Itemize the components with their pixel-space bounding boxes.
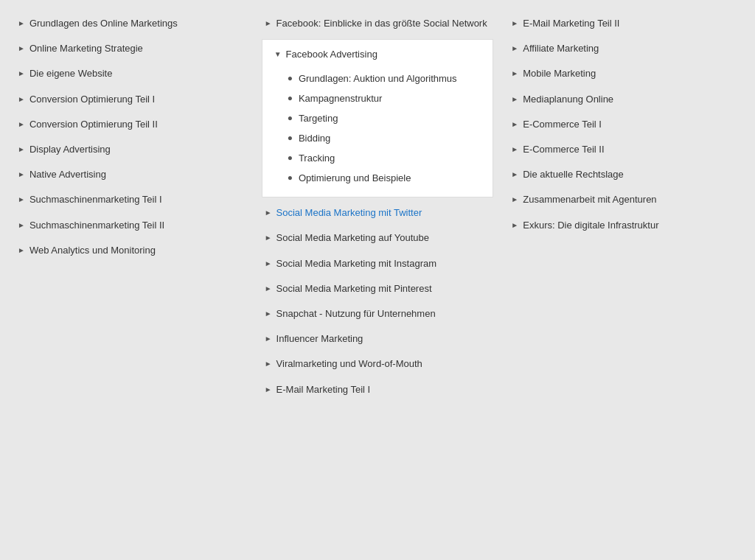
list-item[interactable]: ► E-Mail Marketing Teil I xyxy=(262,377,494,402)
arrow-icon: ► xyxy=(265,385,272,395)
item-label: Die eigene Website xyxy=(29,67,113,80)
arrow-icon: ► xyxy=(18,195,25,205)
arrow-icon: ► xyxy=(265,334,272,344)
item-label: Mobile Marketing xyxy=(523,67,596,80)
arrow-icon: ► xyxy=(18,94,25,105)
list-item[interactable]: ► Social Media Marketing auf Youtube xyxy=(262,225,494,251)
item-label: E-Commerce Teil II xyxy=(523,143,604,156)
arrow-icon: ► xyxy=(18,69,25,79)
item-label: Affiliate Marketing xyxy=(523,42,599,55)
list-item[interactable]: ► Conversion Optimierung Teil I xyxy=(15,87,247,112)
item-label: Conversion Optimierung Teil II xyxy=(29,118,158,131)
column-1: ► Grundlagen des Online Marketings ► Onl… xyxy=(7,7,254,553)
item-label: Die aktuelle Rechtslage xyxy=(523,168,624,181)
arrow-icon: ► xyxy=(18,144,25,155)
item-label: Suchmaschinenmarketing Teil II xyxy=(29,219,164,232)
list-item[interactable]: ► E-Commerce Teil I xyxy=(508,112,740,137)
arrow-icon: ► xyxy=(265,284,272,294)
item-label: Conversion Optimierung Teil I xyxy=(29,93,155,106)
list-item[interactable]: ► Social Media Marketing mit Twitter xyxy=(262,200,494,225)
item-label: Online Marketing Strategie xyxy=(29,42,143,55)
bullet-icon: ● xyxy=(288,133,293,143)
list-item[interactable]: ► Affiliate Marketing xyxy=(508,36,740,61)
list-item[interactable]: ► Social Media Marketing mit Pinterest xyxy=(262,276,494,301)
list-item[interactable]: ► Facebook: Einblicke in das größte Soci… xyxy=(262,11,494,36)
arrow-down-icon: ▼ xyxy=(274,50,282,58)
arrow-icon: ► xyxy=(18,220,25,231)
expanded-menu-box: ▼ Facebook Advertising ● Grundlagen: Auk… xyxy=(262,39,494,197)
list-item[interactable]: ► Die aktuelle Rechtslage xyxy=(508,162,740,187)
list-item[interactable]: ► Suchmaschinenmarketing Teil II xyxy=(15,213,247,238)
sub-list-item[interactable]: ● Grundlagen: Auktion und Algorithmus xyxy=(282,69,481,88)
list-item[interactable]: ► Mediaplanung Online xyxy=(508,87,740,112)
list-item[interactable]: ► Display Advertising xyxy=(15,137,247,162)
sub-list-item[interactable]: ● Bidding xyxy=(282,128,481,148)
item-label: Social Media Marketing mit Instagram xyxy=(276,257,436,270)
item-label: E-Commerce Teil I xyxy=(523,118,602,131)
sub-item-label: Kampagnenstruktur xyxy=(299,93,382,104)
arrow-icon: ► xyxy=(511,43,518,54)
bullet-icon: ● xyxy=(288,93,293,103)
item-label: Grundlagen des Online Marketings xyxy=(29,17,178,30)
list-item[interactable]: ► Influencer Marketing xyxy=(262,326,494,351)
sub-item-label: Optimierung und Beispiele xyxy=(299,172,411,183)
item-label: Influencer Marketing xyxy=(276,332,363,346)
item-label: Mediaplanung Online xyxy=(523,93,613,106)
list-item[interactable]: ► Exkurs: Die digitale Infrastruktur xyxy=(508,213,740,238)
arrow-icon: ► xyxy=(265,359,272,369)
list-item[interactable]: ► Die eigene Website xyxy=(15,61,247,86)
sub-list-item[interactable]: ● Kampagnenstruktur xyxy=(282,88,481,108)
list-item[interactable]: ► Online Marketing Strategie xyxy=(15,36,247,61)
expanded-box-label: Facebook Advertising xyxy=(286,49,378,60)
item-label: Suchmaschinenmarketing Teil I xyxy=(29,193,162,206)
list-item[interactable]: ► Suchmaschinenmarketing Teil I xyxy=(15,187,247,212)
bullet-icon: ● xyxy=(288,172,293,183)
arrow-icon: ► xyxy=(18,169,25,180)
arrow-icon: ► xyxy=(511,94,518,105)
item-label: Social Media Marketing mit Pinterest xyxy=(276,282,432,295)
arrow-icon: ► xyxy=(511,169,518,180)
list-item[interactable]: ► Zusammenarbeit mit Agenturen xyxy=(508,187,740,212)
arrow-icon: ► xyxy=(18,18,25,29)
list-item[interactable]: ► E-Mail Marketing Teil II xyxy=(508,11,740,36)
list-item[interactable]: ► Native Advertising xyxy=(15,162,247,187)
item-label: Exkurs: Die digitale Infrastruktur xyxy=(523,219,658,232)
arrow-icon: ► xyxy=(18,43,25,54)
arrow-icon: ► xyxy=(511,18,518,29)
column-3: ► E-Mail Marketing Teil II ► Affiliate M… xyxy=(501,7,748,553)
item-label: Social Media Marketing auf Youtube xyxy=(276,231,429,245)
sub-item-label: Tracking xyxy=(299,153,335,164)
item-label: Display Advertising xyxy=(29,143,111,156)
list-item[interactable]: ► Social Media Marketing mit Instagram xyxy=(262,251,494,276)
expanded-box-title[interactable]: ▼ Facebook Advertising xyxy=(274,49,481,60)
list-item[interactable]: ► Snapchat - Nutzung für Unternehmen xyxy=(262,301,494,326)
arrow-icon: ► xyxy=(18,245,25,256)
list-item[interactable]: ► Grundlagen des Online Marketings xyxy=(15,11,247,36)
arrow-icon: ► xyxy=(265,259,272,269)
sub-item-label: Targeting xyxy=(299,113,338,124)
list-item[interactable]: ► E-Commerce Teil II xyxy=(508,137,740,162)
list-item[interactable]: ► Mobile Marketing xyxy=(508,61,740,86)
arrow-icon: ► xyxy=(511,69,518,79)
item-label: E-Mail Marketing Teil I xyxy=(276,383,371,396)
item-label: E-Mail Marketing Teil II xyxy=(523,17,619,30)
sub-item-label: Bidding xyxy=(299,133,330,144)
arrow-icon: ► xyxy=(511,144,518,155)
arrow-icon: ► xyxy=(511,220,518,231)
sub-list-item[interactable]: ● Targeting xyxy=(282,108,481,128)
item-label: Web Analytics und Monitoring xyxy=(29,244,156,257)
arrow-icon: ► xyxy=(265,208,272,218)
list-item[interactable]: ► Viralmarketing und Word-of-Mouth xyxy=(262,351,494,377)
column-2: ► Facebook: Einblicke in das größte Soci… xyxy=(254,7,501,553)
bullet-icon: ● xyxy=(288,153,293,163)
list-item[interactable]: ► Conversion Optimierung Teil II xyxy=(15,112,247,137)
arrow-icon: ► xyxy=(18,119,25,130)
sub-list-item[interactable]: ● Tracking xyxy=(282,148,481,168)
arrow-icon: ► xyxy=(265,309,272,319)
bullet-icon: ● xyxy=(288,113,293,123)
sub-list-item[interactable]: ● Optimierung und Beispiele xyxy=(282,168,481,188)
arrow-icon: ► xyxy=(265,233,272,243)
sub-item-label: Grundlagen: Auktion und Algorithmus xyxy=(299,73,457,84)
main-container: ► Grundlagen des Online Marketings ► Onl… xyxy=(0,0,755,560)
list-item[interactable]: ► Web Analytics und Monitoring xyxy=(15,238,247,263)
